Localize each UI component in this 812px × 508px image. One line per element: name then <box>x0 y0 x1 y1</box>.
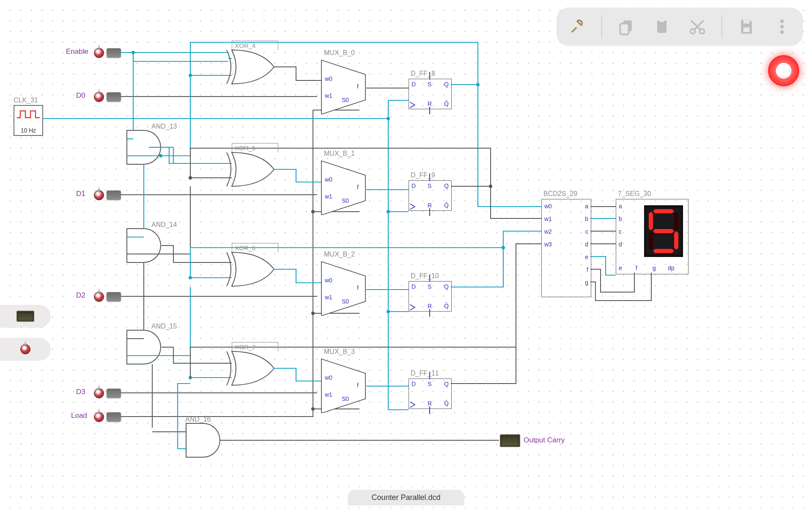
copy-button[interactable] <box>615 15 638 38</box>
svg-marker-26 <box>321 359 365 413</box>
xor7-label: XOR_7 <box>232 342 278 351</box>
mux-b-1[interactable]: MUX_B_1 w0 w1 S0 f <box>320 152 367 215</box>
seg-g <box>653 229 674 233</box>
svg-rect-29 <box>657 20 667 33</box>
enable-switch[interactable] <box>94 47 121 59</box>
seg-e <box>649 231 653 250</box>
seg-b <box>674 212 678 230</box>
svg-marker-25 <box>321 262 365 316</box>
d-ff-8[interactable]: D_FF_8 D S Q R Q̄ <box>409 79 452 109</box>
toolbar-separator <box>721 15 722 39</box>
toolbar-separator <box>601 15 602 39</box>
d0-switch[interactable] <box>94 91 121 103</box>
filename-chip[interactable]: Counter Parallel.dcd <box>348 490 464 505</box>
seven-seg-30[interactable]: 7_SEG_30 a b c d e f g dp <box>616 199 689 274</box>
d-ff-11[interactable]: D_FF_11 D S Q R Q̄ <box>409 378 452 409</box>
clock-generator[interactable]: 10 Hz <box>14 105 43 136</box>
grid-background <box>0 0 812 508</box>
svg-marker-23 <box>321 60 365 114</box>
seg-d <box>653 249 674 253</box>
load-switch[interactable] <box>94 411 121 423</box>
svg-point-36 <box>780 25 784 28</box>
xor4-label: XOR_4 <box>232 41 278 50</box>
svg-marker-24 <box>321 161 365 215</box>
xor6-label: XOR_6 <box>232 243 278 252</box>
d-ff-9[interactable]: D_FF_9 D S Q R Q̄ <box>409 180 452 211</box>
svg-rect-33 <box>743 20 750 24</box>
bcd2s-29[interactable]: BCD2S_29 w0 w1 w2 w3 a b c d e f g <box>541 199 591 297</box>
add-switch-button[interactable] <box>0 338 51 361</box>
mux-b-2[interactable]: MUX_B_2 w0 w1 S0 f <box>320 252 367 316</box>
mux-b-0[interactable]: MUX_B_0 w0 w1 S0 f <box>320 51 367 114</box>
seven-seg-display <box>644 205 683 257</box>
design-canvas[interactable]: XOR_4 XOR_5 XOR_6 XOR_7 AND_13 AND_14 AN… <box>0 0 812 508</box>
d3-switch[interactable] <box>94 387 121 400</box>
d2-switch[interactable] <box>94 290 121 303</box>
d1-switch[interactable] <box>94 189 121 202</box>
save-button[interactable] <box>735 15 758 38</box>
d-ff-10[interactable]: D_FF_10 D S Q R Q̄ <box>409 281 452 312</box>
output-carry-led <box>500 434 520 447</box>
seg-a <box>653 209 674 213</box>
svg-point-35 <box>780 19 784 23</box>
top-toolbar <box>557 8 803 46</box>
stop-simulation-button[interactable] <box>768 55 799 86</box>
tools-button[interactable] <box>566 15 589 38</box>
xor5-label: XOR_5 <box>232 143 278 152</box>
svg-rect-34 <box>743 28 750 32</box>
clock-freq: 10 Hz <box>21 127 36 134</box>
add-output-button[interactable] <box>0 305 51 328</box>
svg-rect-30 <box>660 19 664 22</box>
paste-button[interactable] <box>650 15 673 38</box>
more-button[interactable] <box>771 15 793 38</box>
svg-point-37 <box>780 30 784 34</box>
cut-button[interactable] <box>686 15 709 38</box>
seg-c <box>674 231 678 250</box>
seg-f <box>649 212 653 230</box>
mux-b-3[interactable]: MUX_B_3 w0 w1 S0 f <box>320 350 367 413</box>
svg-rect-28 <box>620 24 628 35</box>
left-palette <box>0 305 51 361</box>
